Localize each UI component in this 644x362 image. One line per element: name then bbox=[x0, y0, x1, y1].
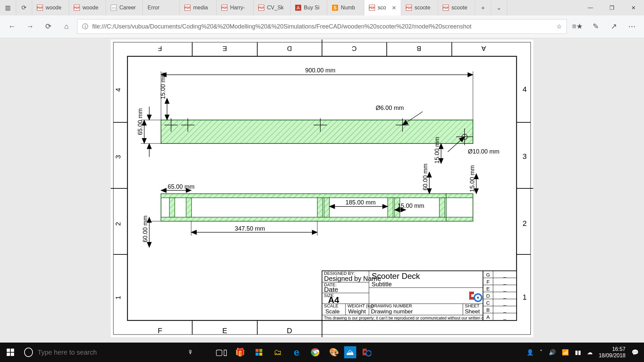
svg-rect-148 bbox=[11, 353, 14, 356]
svg-text:900.00 mm: 900.00 mm bbox=[305, 67, 335, 74]
people-icon[interactable]: 👤 bbox=[527, 349, 534, 356]
svg-text:A: A bbox=[486, 314, 490, 320]
nav-refresh-button[interactable]: ⟳ bbox=[41, 19, 56, 34]
tab-label: Buy Si bbox=[304, 5, 319, 11]
windows-taskbar: 🎙 ▢▯ 🎁 🗂 e 🎨 ⛰ 👤 ˄ 🔊 📶 ▮▮ ☁ 16:57 18/09/… bbox=[0, 343, 644, 362]
tab-error[interactable]: Error bbox=[143, 0, 180, 15]
svg-text:Weight: Weight bbox=[348, 308, 366, 315]
reading-list-icon[interactable]: ≡★ bbox=[570, 19, 585, 34]
taskbar-clock[interactable]: 16:57 18/09/2018 bbox=[599, 346, 626, 359]
svg-text:Sheet: Sheet bbox=[465, 308, 480, 315]
tab-harry[interactable]: PDFHarry- bbox=[217, 0, 254, 15]
nav-back-button[interactable]: ← bbox=[5, 19, 19, 34]
svg-text:SCALE: SCALE bbox=[324, 303, 338, 308]
tab-overflow-button[interactable]: ⌄ bbox=[491, 0, 507, 15]
app-freecad-icon[interactable] bbox=[358, 344, 375, 361]
search-input[interactable] bbox=[38, 349, 175, 356]
top-view: 900.00 mm 15.00 mm 65.00 mm Ø6.00 mm Ø10… bbox=[137, 67, 499, 164]
tab-cvsk[interactable]: PDFCV_Sk bbox=[254, 0, 290, 15]
svg-text:_: _ bbox=[503, 279, 506, 285]
svg-text:D: D bbox=[287, 45, 292, 52]
window-restore-button[interactable]: ❐ bbox=[601, 0, 623, 15]
freecad-logo-icon bbox=[468, 290, 482, 302]
tab-scoote-2[interactable]: PDFscoote bbox=[438, 0, 475, 15]
app-store-icon[interactable] bbox=[250, 344, 268, 361]
svg-rect-150 bbox=[259, 349, 262, 352]
svg-text:15.00 mm: 15.00 mm bbox=[469, 165, 476, 192]
tab-label: sco bbox=[378, 5, 386, 11]
svg-rect-66 bbox=[161, 194, 473, 198]
tab-numb[interactable]: SNumb bbox=[327, 0, 364, 15]
new-tab-button[interactable]: ＋ bbox=[475, 0, 491, 15]
tab-scoote-1[interactable]: PDFscoote bbox=[401, 0, 438, 15]
app-gift-icon[interactable]: 🎁 bbox=[231, 344, 249, 361]
tab-label: woode bbox=[83, 5, 98, 11]
app-photos-icon[interactable]: ⛰ bbox=[344, 346, 356, 358]
task-view-icon[interactable]: ▢▯ bbox=[213, 344, 230, 361]
tab-career[interactable]: ▭Career bbox=[106, 0, 143, 15]
app-file-explorer-icon[interactable]: 🗂 bbox=[269, 344, 286, 361]
svg-text:_: _ bbox=[503, 272, 506, 278]
svg-text:Drawing number: Drawing number bbox=[371, 308, 413, 315]
svg-rect-147 bbox=[7, 353, 10, 356]
svg-text:347.50 mm: 347.50 mm bbox=[235, 225, 265, 232]
tab-label: Career bbox=[119, 5, 136, 11]
volume-icon[interactable]: 🔊 bbox=[549, 349, 556, 356]
svg-text:Date: Date bbox=[324, 286, 338, 293]
window-close-button[interactable]: ✕ bbox=[623, 0, 644, 15]
start-button[interactable] bbox=[0, 349, 21, 356]
annotate-icon[interactable]: ✎ bbox=[588, 19, 603, 34]
nav-forward-button[interactable]: → bbox=[23, 19, 38, 34]
svg-text:_: _ bbox=[503, 300, 506, 306]
window-minimize-button[interactable]: ― bbox=[580, 0, 601, 15]
tab-buysi[interactable]: ABuy Si bbox=[290, 0, 327, 15]
app-edge-icon[interactable]: e bbox=[288, 344, 305, 361]
more-icon[interactable]: ⋯ bbox=[625, 19, 639, 34]
tab-media[interactable]: PDFmedia bbox=[180, 0, 217, 15]
mic-icon[interactable]: 🎙 bbox=[182, 349, 199, 355]
onedrive-icon[interactable]: ☁ bbox=[587, 349, 593, 356]
svg-text:60.00 mm: 60.00 mm bbox=[422, 164, 429, 190]
app-paint-icon[interactable]: 🎨 bbox=[325, 344, 343, 361]
svg-text:E: E bbox=[222, 45, 227, 52]
nav-home-button[interactable]: ⌂ bbox=[59, 19, 74, 34]
tab-sco-active[interactable]: PDFsco✕ bbox=[364, 0, 401, 15]
tab-label: Numb bbox=[341, 5, 355, 11]
svg-text:DRAWING NUMBER: DRAWING NUMBER bbox=[371, 303, 412, 308]
tray-chevron-icon[interactable]: ˄ bbox=[540, 349, 543, 356]
app-chrome-icon[interactable] bbox=[307, 344, 324, 361]
tab-woode-1[interactable]: PDFwoode bbox=[32, 0, 69, 15]
share-icon[interactable]: ↗ bbox=[606, 19, 621, 34]
site-info-icon[interactable]: ⓘ bbox=[82, 22, 88, 31]
pdf-viewport[interactable]: F E D C B A F E D bbox=[0, 38, 644, 343]
svg-rect-72 bbox=[388, 198, 393, 217]
svg-text:C: C bbox=[352, 45, 357, 52]
set-aside-icon[interactable]: ⟳ bbox=[16, 0, 32, 15]
address-bar: ← → ⟳ ⌂ ⓘ file:///C:/Users/vubua/Documen… bbox=[0, 15, 644, 38]
svg-text:1: 1 bbox=[114, 296, 122, 299]
svg-text:3: 3 bbox=[114, 155, 122, 159]
svg-text:60.00 mm: 60.00 mm bbox=[142, 216, 149, 242]
url-input[interactable]: ⓘ file:///C:/Users/vubua/Documents/Codin… bbox=[77, 19, 567, 34]
tab-actions-icon[interactable]: ▥ bbox=[0, 0, 16, 15]
battery-icon[interactable]: ▮▮ bbox=[575, 349, 581, 356]
wifi-icon[interactable]: 📶 bbox=[562, 349, 569, 356]
svg-text:Scale: Scale bbox=[325, 308, 340, 315]
svg-rect-149 bbox=[256, 349, 259, 352]
cortana-ring-icon bbox=[24, 348, 33, 357]
svg-text:This drawing is our property; : This drawing is our property; it can't b… bbox=[324, 316, 497, 320]
svg-text:E: E bbox=[486, 286, 490, 292]
svg-text:2: 2 bbox=[523, 219, 527, 228]
svg-text:G: G bbox=[486, 272, 490, 278]
svg-text:15.00 mm: 15.00 mm bbox=[397, 202, 424, 209]
svg-text:E: E bbox=[222, 326, 227, 335]
svg-text:B: B bbox=[417, 45, 421, 52]
svg-text:_: _ bbox=[503, 314, 506, 320]
favorite-star-icon[interactable]: ☆ bbox=[556, 23, 562, 30]
svg-text:185.00 mm: 185.00 mm bbox=[345, 199, 376, 206]
taskbar-search[interactable] bbox=[21, 344, 182, 361]
close-icon[interactable]: ✕ bbox=[392, 5, 396, 11]
svg-text:B: B bbox=[486, 307, 490, 313]
tab-woode-2[interactable]: PDFwoode bbox=[69, 0, 106, 15]
action-center-icon[interactable]: 💬 bbox=[632, 349, 639, 356]
